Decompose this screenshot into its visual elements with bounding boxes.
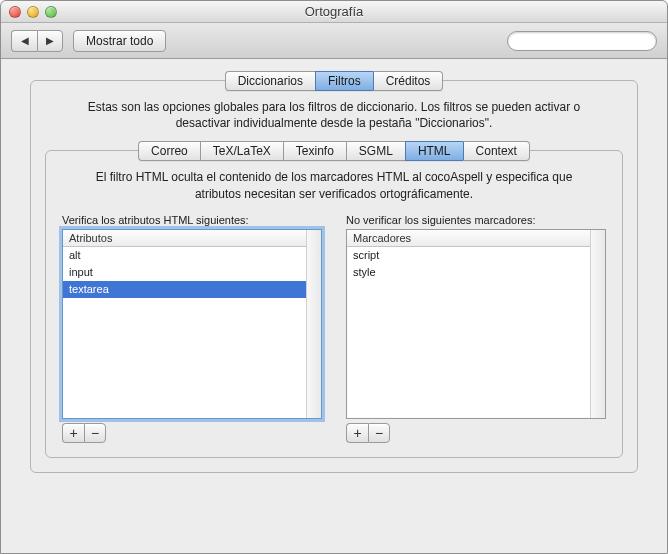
scrollbar[interactable] — [590, 230, 605, 418]
chevron-left-icon: ◀ — [21, 35, 29, 46]
add-marker-button[interactable]: + — [346, 423, 368, 443]
list-item[interactable]: input — [63, 264, 306, 281]
chevron-right-icon: ▶ — [46, 35, 54, 46]
add-attribute-button[interactable]: + — [62, 423, 84, 443]
attributes-add-remove: + − — [62, 423, 322, 443]
show-all-button[interactable]: Mostrar todo — [73, 30, 166, 52]
markers-add-remove: + − — [346, 423, 606, 443]
search-field[interactable] — [507, 31, 657, 51]
list-item-label: script — [353, 249, 379, 261]
attributes-header[interactable]: Atributos — [63, 230, 306, 247]
list-item[interactable]: script — [347, 247, 590, 264]
tab-texinfo[interactable]: Texinfo — [283, 141, 346, 161]
plus-icon: + — [69, 425, 77, 441]
tab-label: TeX/LaTeX — [213, 144, 271, 158]
list-item-label: style — [353, 266, 376, 278]
scrollbar[interactable] — [306, 230, 321, 418]
top-tabs: Diccionarios Filtros Créditos — [225, 71, 444, 91]
search-input[interactable] — [518, 35, 656, 47]
tab-label: Context — [476, 144, 517, 158]
list-item-label: alt — [69, 249, 81, 261]
filters-group: Estas son las opciones globales para los… — [30, 80, 638, 473]
list-item[interactable]: style — [347, 264, 590, 281]
tab-label: Créditos — [386, 74, 431, 88]
filters-description: Estas son las opciones globales para los… — [45, 99, 623, 141]
back-button[interactable]: ◀ — [11, 30, 37, 52]
markers-list[interactable]: Marcadores script style — [346, 229, 606, 419]
remove-attribute-button[interactable]: − — [84, 423, 106, 443]
titlebar: Ortografía — [1, 1, 667, 23]
attributes-caption: Verifica los atributos HTML siguientes: — [62, 214, 322, 226]
nav-segment: ◀ ▶ — [11, 30, 63, 52]
filter-type-tabs: Correo TeX/LaTeX Texinfo SGML HTML Conte… — [138, 141, 530, 161]
list-item-label: textarea — [69, 283, 109, 295]
tab-context[interactable]: Context — [463, 141, 530, 161]
minimize-icon[interactable] — [27, 6, 39, 18]
toolbar: ◀ ▶ Mostrar todo — [1, 23, 667, 59]
list-item[interactable]: alt — [63, 247, 306, 264]
tab-correo[interactable]: Correo — [138, 141, 200, 161]
tab-diccionarios[interactable]: Diccionarios — [225, 71, 315, 91]
content-area: Diccionarios Filtros Créditos Estas son … — [1, 59, 667, 553]
tab-label: SGML — [359, 144, 393, 158]
forward-button[interactable]: ▶ — [37, 30, 63, 52]
tab-label: Texinfo — [296, 144, 334, 158]
tab-label: Correo — [151, 144, 188, 158]
window-title: Ortografía — [1, 4, 667, 19]
tab-label: Filtros — [328, 74, 361, 88]
attributes-list[interactable]: Atributos alt input textarea — [62, 229, 322, 419]
plus-icon: + — [353, 425, 361, 441]
attributes-column: Verifica los atributos HTML siguientes: … — [62, 214, 322, 443]
minus-icon: − — [375, 425, 383, 441]
tab-tex[interactable]: TeX/LaTeX — [200, 141, 283, 161]
tab-label: Diccionarios — [238, 74, 303, 88]
tab-sgml[interactable]: SGML — [346, 141, 405, 161]
minus-icon: − — [91, 425, 99, 441]
html-filter-description: El filtro HTML oculta el contenido de lo… — [62, 169, 606, 213]
markers-caption: No verificar los siguientes marcadores: — [346, 214, 606, 226]
preferences-window: Ortografía ◀ ▶ Mostrar todo Diccionarios… — [0, 0, 668, 554]
tab-filtros[interactable]: Filtros — [315, 71, 373, 91]
remove-marker-button[interactable]: − — [368, 423, 390, 443]
tab-creditos[interactable]: Créditos — [373, 71, 444, 91]
tab-html[interactable]: HTML — [405, 141, 463, 161]
close-icon[interactable] — [9, 6, 21, 18]
html-filter-group: El filtro HTML oculta el contenido de lo… — [45, 150, 623, 457]
list-item-label: input — [69, 266, 93, 278]
zoom-icon[interactable] — [45, 6, 57, 18]
list-item[interactable]: textarea — [63, 281, 306, 298]
window-controls — [1, 6, 57, 18]
show-all-label: Mostrar todo — [86, 34, 153, 48]
markers-column: No verificar los siguientes marcadores: … — [346, 214, 606, 443]
tab-label: HTML — [418, 144, 451, 158]
markers-header[interactable]: Marcadores — [347, 230, 590, 247]
